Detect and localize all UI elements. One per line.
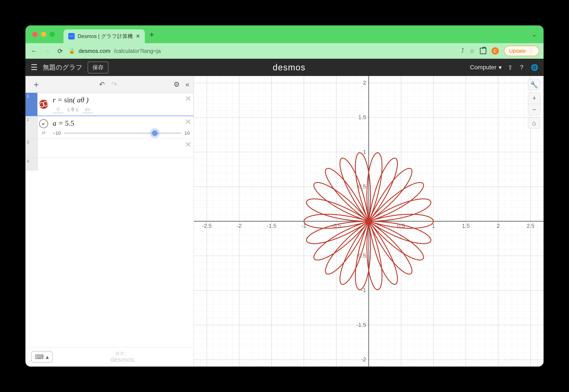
svg-text:2: 2 [497,223,500,229]
share-icon[interactable]: ⤴ [461,47,464,54]
slider-track[interactable] [64,133,181,134]
caret-up-icon: ▴ [46,353,49,361]
browser-window: 〰 Desmos | グラフ計算機 ✕ ＋ ⌄ ← → ⟳ 🔒 desmos.c… [26,26,543,366]
expression-body[interactable] [38,139,194,158]
url-host: desmos.com [79,48,110,54]
graph-pane[interactable]: -2.5-2-1.5-1-0.50.511.522.5-2-1.5-1-0.50… [194,76,543,366]
minus-icon: − [532,106,536,113]
expression-body[interactable]: r = sin( aθ ) 0 ≤ θ ≤ 4π [50,93,194,116]
browser-tab[interactable]: 〰 Desmos | グラフ計算機 ✕ [63,29,145,43]
domain-line[interactable]: 0 ≤ θ ≤ 4π [53,106,190,113]
tab-overflow-button[interactable]: ⌄ [532,31,538,38]
site-favicon-icon: 〰 [68,33,75,40]
settings-gear-icon[interactable]: ⚙ [174,80,180,88]
wrench-icon: 🔧 [530,81,538,88]
delete-row-button[interactable]: ✕ [185,94,192,103]
window-minimize-button[interactable] [41,32,46,37]
slider-min-label[interactable]: −10 [53,130,61,136]
slider-loop-mode-button[interactable]: ⇄ [42,130,45,136]
svg-text:2.5: 2.5 [527,223,534,229]
expression-row[interactable]: 4 [26,158,194,171]
url-path: /calculator?lang=ja [114,48,161,54]
keyboard-icon: ⌨ [35,353,44,361]
globe-button[interactable]: 🌐 [531,64,538,71]
address-bar-actions: ⤴ ☆ C Update ⋮ [461,46,539,56]
undo-redo-group: ↶ ↷ [99,80,117,88]
graph-settings-button[interactable]: 🔧 [528,79,540,90]
app-body: ＋ ↶ ↷ ⚙ « 1 r = [26,76,543,366]
svg-text:1: 1 [363,149,366,155]
lock-icon: 🔒 [69,48,75,54]
provided-by: 提供： desmos [110,351,134,363]
row-index: 3 [26,139,38,158]
svg-text:-2: -2 [236,223,242,229]
home-icon: ⌂ [532,119,536,127]
tab-close-button[interactable]: ✕ [136,33,140,39]
profile-avatar[interactable]: C [491,47,499,55]
svg-text:1.5: 1.5 [462,223,470,229]
expression-math[interactable]: r = sin( aθ ) [53,96,190,104]
domain-mid-label: ≤ θ ≤ [67,106,79,113]
header-right: Computer ▾ ⇪ ？ 🌐 [470,63,538,71]
help-button[interactable]: ？ [519,63,525,71]
update-button[interactable]: Update ⋮ [504,46,539,56]
brand-logo: desmos [113,63,465,72]
graph-canvas[interactable]: -2.5-2-1.5-1-0.50.511.522.5-2-1.5-1-0.50… [194,76,543,366]
share-graph-button[interactable]: ⇪ [508,64,513,71]
back-button[interactable]: ← [30,47,38,55]
tab-strip: 〰 Desmos | グラフ計算機 ✕ ＋ ⌄ [26,26,543,43]
sidebar-toolbar: ＋ ↶ ↷ ⚙ « [26,76,194,93]
slider-max-label[interactable]: 10 [185,130,190,136]
graph-controls: 🔧 + − ⌂ [528,79,541,129]
app-header: ☰ 無題のグラフ 保存 desmos Computer ▾ ⇪ ？ 🌐 [26,59,543,76]
delete-row-button[interactable]: ✕ [185,140,192,149]
row-index: 4 [26,158,38,171]
slider-thumb[interactable] [152,130,158,136]
domain-high-field[interactable]: 4π [82,106,93,113]
expression-row[interactable]: 2 ▶ ⇄ a = 5.5 −10 [26,116,194,139]
expression-body[interactable] [38,158,194,171]
save-button[interactable]: 保存 [88,61,108,73]
new-tab-button[interactable]: ＋ [148,29,156,40]
slider-line: −10 10 [53,130,190,136]
hamburger-menu-button[interactable]: ☰ [31,63,38,72]
zoom-in-button[interactable]: + [528,93,540,104]
caret-down-icon: ▾ [499,64,502,71]
expression-sidebar: ＋ ↶ ↷ ⚙ « 1 r = [26,76,194,366]
window-fullscreen-button[interactable] [50,32,55,37]
provided-brand: desmos [110,356,134,363]
zoom-out-button[interactable]: − [528,104,540,115]
keyboard-toggle-button[interactable]: ⌨ ▴ [31,351,53,363]
home-zoom-button[interactable]: ⌂ [528,117,540,129]
plus-icon: + [532,95,536,102]
graph-title[interactable]: 無題のグラフ [43,63,83,72]
svg-text:2: 2 [363,79,366,86]
expression-list: 1 r = sin( aθ ) 0 ≤ θ ≤ 4π [26,93,194,347]
svg-text:-2.5: -2.5 [202,223,212,229]
undo-button[interactable]: ↶ [99,80,105,88]
window-close-button[interactable] [32,32,38,37]
expression-body[interactable]: a = 5.5 −10 10 [50,116,194,139]
slider-play-group: ▶ ⇄ [38,116,50,139]
expression-math[interactable]: a = 5.5 [53,119,190,127]
svg-text:-2: -2 [361,356,366,363]
reload-button[interactable]: ⟳ [56,47,64,55]
domain-low-field[interactable]: 0 [53,106,63,113]
svg-text:-1: -1 [361,287,366,293]
expression-row[interactable]: 3 ✕ [26,139,194,158]
zoom-group: + − [528,92,541,115]
collapse-sidebar-button[interactable]: « [185,80,189,88]
forward-button[interactable]: → [43,47,51,55]
slider-play-button[interactable]: ▶ [39,119,48,128]
url-field[interactable]: 🔒 desmos.com/calculator?lang=ja [69,48,457,54]
wave-icon [39,100,48,109]
bookmark-icon[interactable]: ☆ [469,47,475,55]
extensions-icon[interactable] [480,48,486,54]
redo-button[interactable]: ↷ [111,80,117,88]
delete-row-button[interactable]: ✕ [185,117,192,126]
language-dropdown[interactable]: Computer ▾ [470,64,502,71]
expression-row[interactable]: 1 r = sin( aθ ) 0 ≤ θ ≤ 4π [26,93,194,116]
provided-label: 提供： [110,351,134,356]
add-expression-button[interactable]: ＋ [30,78,43,90]
expression-color-badge[interactable] [38,93,50,116]
